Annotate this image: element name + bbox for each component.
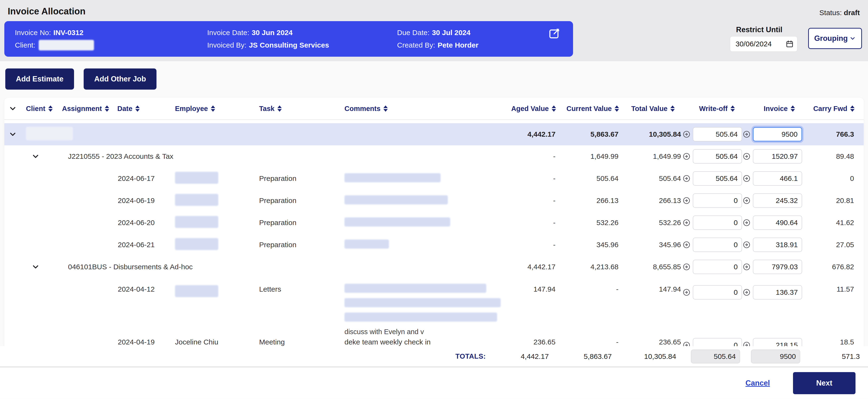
apply-invoice-icon[interactable] xyxy=(743,263,750,271)
due-date-field: Due Date: 30 Jul 2024 xyxy=(397,29,544,37)
restrict-until-date-input[interactable] xyxy=(730,36,798,52)
invoice-input[interactable] xyxy=(753,338,802,346)
aged-value: 4,442.17 xyxy=(505,130,565,138)
writeoff-input[interactable] xyxy=(693,193,742,208)
expand-job-button[interactable] xyxy=(21,263,57,271)
totals-total-value: 10,305.84 xyxy=(612,353,676,361)
expand-client-button[interactable] xyxy=(4,130,21,139)
invoice-no-field: Invoice No: INV-0312 xyxy=(15,29,207,37)
next-button[interactable]: Next xyxy=(793,372,856,394)
sort-icon xyxy=(277,105,282,112)
apply-invoice-icon[interactable] xyxy=(743,289,750,296)
invoice-input[interactable] xyxy=(753,193,802,208)
entry-date: 2024-06-19 xyxy=(113,197,170,205)
total-value: 8,655.85 xyxy=(628,263,686,271)
redacted-comment xyxy=(344,239,389,248)
writeoff-input[interactable] xyxy=(693,338,742,346)
writeoff-input[interactable] xyxy=(693,127,742,141)
cancel-link[interactable]: Cancel xyxy=(745,379,770,388)
entry-task: Preparation xyxy=(254,197,340,205)
grouping-button[interactable]: Grouping xyxy=(808,28,862,49)
total-value: 1,649.99 xyxy=(628,152,686,161)
status-value: draft xyxy=(844,9,860,16)
invoice-input[interactable] xyxy=(753,260,802,274)
invoice-date-field: Invoice Date: 30 Jun 2024 xyxy=(207,29,397,37)
add-other-job-button[interactable]: Add Other Job xyxy=(84,68,156,90)
apply-writeoff-icon[interactable] xyxy=(683,263,690,271)
aged-value: 236.65 xyxy=(505,338,565,346)
collapse-all-button[interactable] xyxy=(4,104,21,113)
sort-icon xyxy=(850,105,855,112)
redacted-comment xyxy=(344,195,448,204)
invoice-input[interactable] xyxy=(753,285,802,300)
chevron-down-icon xyxy=(849,35,856,42)
redacted-comment xyxy=(344,218,450,227)
aged-value: - xyxy=(505,197,565,205)
invoice-input[interactable] xyxy=(753,127,802,141)
apply-invoice-icon[interactable] xyxy=(743,341,750,346)
apply-writeoff-icon[interactable] xyxy=(683,289,690,296)
invoice-input[interactable] xyxy=(753,171,802,186)
aged-value: - xyxy=(505,152,565,161)
total-value: 505.64 xyxy=(628,174,686,182)
apply-writeoff-icon[interactable] xyxy=(683,197,690,204)
apply-invoice-icon[interactable] xyxy=(743,197,750,204)
apply-writeoff-icon[interactable] xyxy=(683,219,690,227)
column-header-date[interactable]: Date xyxy=(113,105,170,113)
footer: Cancel Next xyxy=(0,367,868,399)
entry-employee: Joceline Chiu xyxy=(170,338,254,346)
sort-icon xyxy=(105,105,109,112)
apply-writeoff-icon[interactable] xyxy=(683,153,690,160)
apply-invoice-icon[interactable] xyxy=(743,153,750,160)
writeoff-input[interactable] xyxy=(693,285,742,300)
column-header-assignment[interactable]: Assignment xyxy=(57,105,113,113)
apply-invoice-icon[interactable] xyxy=(743,219,750,227)
total-value: 10,305.84 xyxy=(628,130,686,138)
column-header-total-value[interactable]: Total Value xyxy=(628,105,686,113)
current-value: 532.26 xyxy=(565,219,628,227)
chevron-down-icon xyxy=(8,130,17,139)
entry-task: Preparation xyxy=(254,219,340,227)
invoice-input[interactable] xyxy=(753,238,802,252)
column-header-employee[interactable]: Employee xyxy=(170,105,254,113)
invoice-input[interactable] xyxy=(753,149,802,164)
apply-writeoff-icon[interactable] xyxy=(683,130,690,138)
column-header-carry-fwd[interactable]: Carry Fwd xyxy=(806,105,864,113)
writeoff-input[interactable] xyxy=(693,260,742,274)
carry-fwd-value: 18.5 xyxy=(806,338,864,346)
column-header-comments[interactable]: Comments xyxy=(340,105,505,113)
current-value: - xyxy=(565,285,628,293)
apply-invoice-icon[interactable] xyxy=(743,241,750,248)
apply-writeoff-icon[interactable] xyxy=(683,175,690,182)
top-band: Invoice Allocation Status: draft Invoice… xyxy=(0,0,868,61)
column-header-aged-value[interactable]: Aged Value xyxy=(505,105,565,113)
column-header-invoice[interactable]: Invoice xyxy=(746,105,806,113)
time-entry-row: 2024-04-12 Letters discuss with Evelyn a… xyxy=(4,278,864,337)
edit-invoice-icon[interactable] xyxy=(548,27,561,40)
carry-fwd-value: 20.81 xyxy=(806,197,864,205)
time-entry-row: 2024-06-19 Preparation - 266.13 266.13 2… xyxy=(4,190,864,212)
add-estimate-button[interactable]: Add Estimate xyxy=(5,68,74,90)
carry-fwd-value: 27.05 xyxy=(806,241,864,249)
writeoff-input[interactable] xyxy=(693,215,742,230)
apply-writeoff-icon[interactable] xyxy=(683,341,690,346)
chevron-down-icon xyxy=(31,152,40,161)
carry-fwd-value: 0 xyxy=(806,174,864,182)
column-header-task[interactable]: Task xyxy=(254,105,340,113)
apply-invoice-icon[interactable] xyxy=(743,175,750,182)
column-header-client[interactable]: Client xyxy=(21,105,57,113)
apply-invoice-icon[interactable] xyxy=(743,130,750,138)
table-header-row: Client Assignment Date Employee Task Com… xyxy=(4,98,864,120)
entry-task: Meeting xyxy=(254,338,340,346)
expand-job-button[interactable] xyxy=(21,152,57,161)
invoice-input[interactable] xyxy=(753,215,802,230)
apply-writeoff-icon[interactable] xyxy=(683,241,690,248)
writeoff-input[interactable] xyxy=(693,149,742,164)
writeoff-input[interactable] xyxy=(693,171,742,186)
entry-date: 2024-06-17 xyxy=(113,174,170,182)
column-header-current-value[interactable]: Current Value xyxy=(565,105,628,113)
writeoff-input[interactable] xyxy=(693,238,742,252)
column-header-write-off[interactable]: Write-off xyxy=(686,105,746,113)
current-value: 505.64 xyxy=(565,174,628,182)
invoice-summary-banner: Invoice No: INV-0312 Client: Invoice Dat… xyxy=(4,21,573,57)
